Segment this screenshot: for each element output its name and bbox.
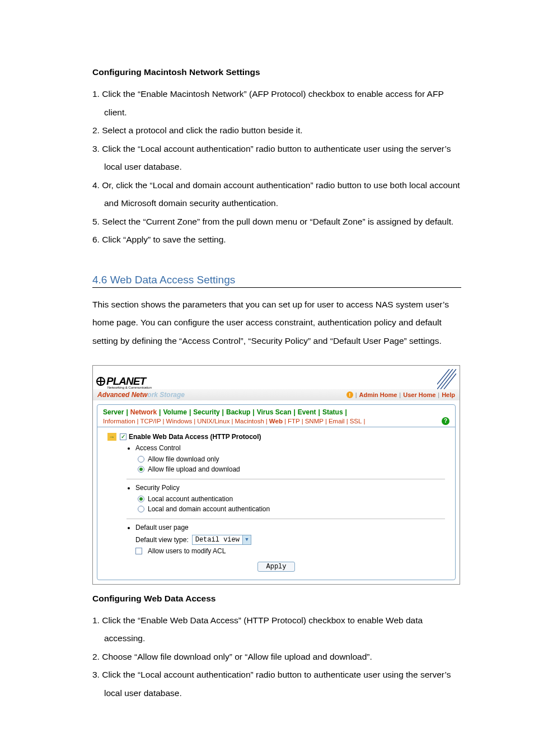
tab-ftp[interactable]: FTP	[288, 418, 300, 424]
tab-unix-linux[interactable]: UNIX/Linux	[197, 418, 229, 424]
logo-area: PLANET Networking & Communication	[96, 375, 152, 389]
decor-lines	[437, 369, 456, 389]
acl-label: Allow users to modify ACL	[148, 547, 226, 555]
mac-step-4: 4. Or, click the “Local and domain accou…	[92, 176, 461, 213]
content-area: → Enable Web Data Access (HTTP Protocol)…	[97, 427, 455, 580]
access-control-title: Access Control	[135, 444, 445, 452]
tab-macintosh[interactable]: Macintosh	[235, 418, 264, 424]
access-control-group: Access Control Allow file download only …	[128, 444, 445, 473]
top-bar: PLANET Networking & Communication	[93, 366, 460, 389]
globe-icon	[96, 377, 105, 386]
security-policy-group: Security Policy Local account authentica…	[128, 484, 445, 513]
label-local-domain-auth: Local and domain account authentication	[148, 505, 270, 513]
radio-allow-download[interactable]	[138, 456, 144, 463]
tab-tcpip[interactable]: TCP/IP	[140, 418, 161, 424]
chevron-down-icon: ▼	[242, 535, 251, 544]
web-step-1: 1. Click the “Enable Web Data Access” (H…	[92, 612, 461, 648]
label-allow-download: Allow file download only	[148, 455, 219, 463]
mac-step-1: 1. Click the “Enable Macintosh Network” …	[92, 85, 461, 122]
mac-step-2: 2. Select a protocol and click the radio…	[92, 122, 461, 140]
tab-snmp[interactable]: SNMP	[305, 418, 324, 424]
enable-checkbox[interactable]	[120, 433, 127, 440]
tab-ssl[interactable]: SSL	[350, 418, 362, 424]
admin-panel: PLANET Networking & Communication Advanc…	[92, 365, 460, 585]
label-local-auth: Local account authentication	[148, 495, 233, 503]
arrow-icon: →	[107, 433, 116, 441]
label-allow-upload-download: Allow file upload and download	[148, 465, 240, 473]
radio-local-domain-auth[interactable]	[138, 506, 144, 512]
user-home-link[interactable]: User Home	[403, 391, 435, 398]
card: Server| Network| Volume| Security| Backu…	[97, 404, 456, 580]
apply-button[interactable]: Apply	[257, 562, 294, 572]
tab-virus-scan[interactable]: Virus Scan	[257, 408, 292, 416]
tab-windows[interactable]: Windows	[166, 418, 193, 424]
default-user-page-title: Default user page	[135, 524, 445, 531]
tab-web[interactable]: Web	[269, 418, 283, 424]
default-user-page-group: Default user page Default view type: Det…	[128, 524, 445, 555]
admin-home-link[interactable]: Admin Home	[359, 391, 397, 398]
tab-status[interactable]: Status	[322, 408, 343, 416]
tab-information[interactable]: Information	[103, 418, 135, 424]
default-view-value: Detail view	[193, 536, 242, 544]
top-links: ! | Admin Home | User Home | Help	[346, 391, 455, 398]
enable-label: Enable Web Data Access (HTTP Protocol)	[129, 433, 261, 441]
divider-1	[127, 479, 445, 479]
section-divider	[92, 287, 461, 288]
mac-step-6: 6. Click “Apply” to save the setting.	[92, 231, 461, 249]
tab-backup[interactable]: Backup	[226, 408, 250, 416]
warning-icon: !	[346, 391, 353, 398]
product-name: Advanced Network Storage	[97, 391, 185, 399]
mac-step-5: 5. Select the “Current Zone” from the pu…	[92, 213, 461, 231]
web-heading: Configuring Web Data Access	[92, 594, 461, 604]
acl-checkbox[interactable]	[135, 548, 142, 554]
radio-local-auth[interactable]	[138, 496, 144, 502]
tab-volume[interactable]: Volume	[163, 408, 186, 416]
brand-subtitle: Networking & Communication	[107, 386, 152, 389]
tab-server[interactable]: Server	[103, 408, 124, 416]
mac-heading: Configuring Macintosh Network Settings	[92, 67, 461, 77]
mac-step-3: 3. Click the “Local account authenticati…	[92, 140, 461, 176]
tab-event[interactable]: Event	[298, 408, 316, 416]
security-policy-title: Security Policy	[135, 484, 445, 492]
section-title: 4.6 Web Data Access Settings	[92, 274, 461, 286]
web-step-3: 3. Click the “Local account authenticati…	[92, 666, 461, 702]
section-intro: This section shows the parameters that y…	[92, 296, 461, 351]
default-view-label: Default view type:	[135, 536, 189, 544]
help-icon[interactable]: ?	[442, 417, 449, 425]
web-step-2: 2. Choose “Allow file download only” or …	[92, 648, 461, 666]
help-link[interactable]: Help	[442, 391, 455, 398]
radio-allow-upload-download[interactable]	[138, 466, 144, 473]
enable-row: → Enable Web Data Access (HTTP Protocol)	[107, 433, 445, 441]
title-bar: Advanced Network Storage ! | Admin Home …	[93, 389, 460, 400]
primary-tabs: Server| Network| Volume| Security| Backu…	[97, 405, 455, 416]
divider-2	[127, 519, 445, 519]
tab-network[interactable]: Network	[130, 408, 157, 416]
tab-email[interactable]: Email	[329, 418, 345, 424]
tab-security[interactable]: Security	[193, 408, 219, 416]
default-view-select[interactable]: Detail view ▼	[192, 535, 251, 545]
secondary-tabs: Information| TCP/IP| Windows| UNIX/Linux…	[97, 416, 455, 427]
